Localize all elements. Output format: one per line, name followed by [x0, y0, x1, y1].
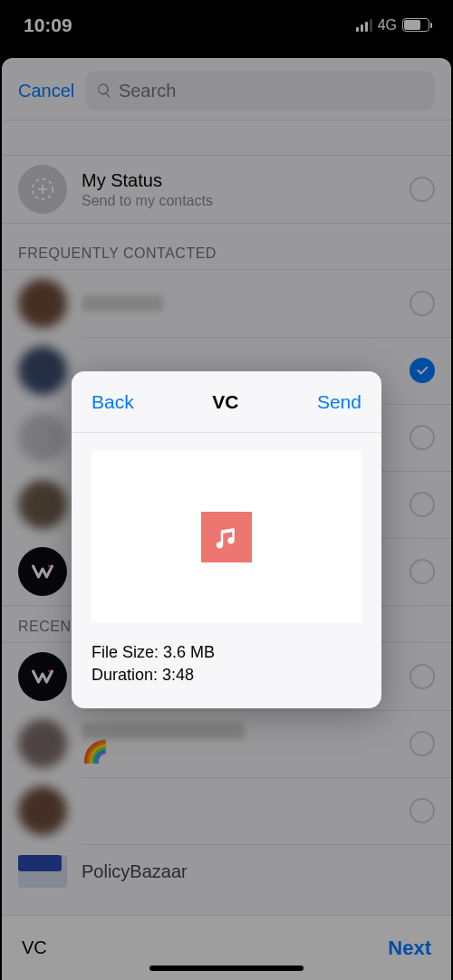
back-button[interactable]: Back	[92, 391, 134, 413]
file-size-value: 3.6 MB	[163, 643, 215, 661]
home-indicator[interactable]	[149, 966, 304, 971]
duration-value: 3:48	[162, 666, 194, 684]
file-meta: File Size: 3.6 MB Duration: 3:48	[92, 641, 361, 687]
music-icon	[201, 512, 252, 562]
send-button[interactable]: Send	[317, 391, 361, 413]
modal-title: VC	[212, 391, 238, 413]
modal-header: Back VC Send	[72, 371, 381, 433]
file-size-label: File Size:	[92, 643, 159, 661]
duration-label: Duration:	[92, 666, 158, 684]
file-preview-modal: Back VC Send File Size: 3.6 MB Duration:…	[72, 371, 381, 708]
file-preview	[92, 451, 361, 623]
